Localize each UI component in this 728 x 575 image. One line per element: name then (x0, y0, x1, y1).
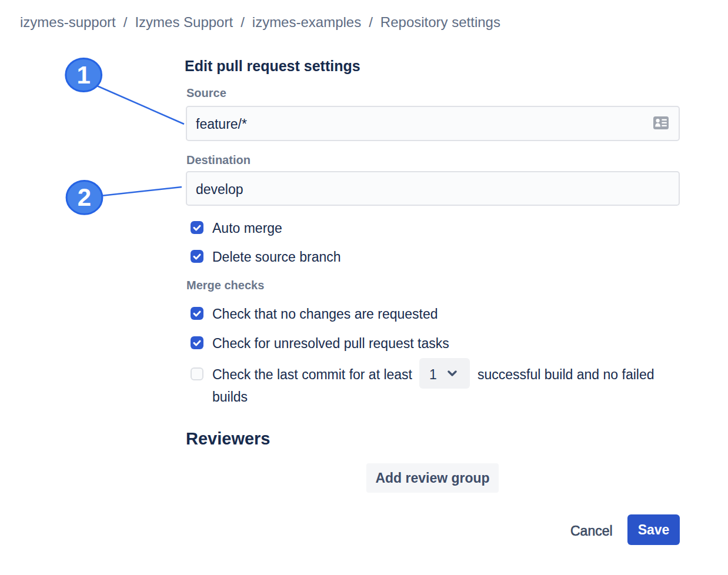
svg-text:2: 2 (78, 183, 91, 211)
svg-text:1: 1 (77, 61, 91, 89)
